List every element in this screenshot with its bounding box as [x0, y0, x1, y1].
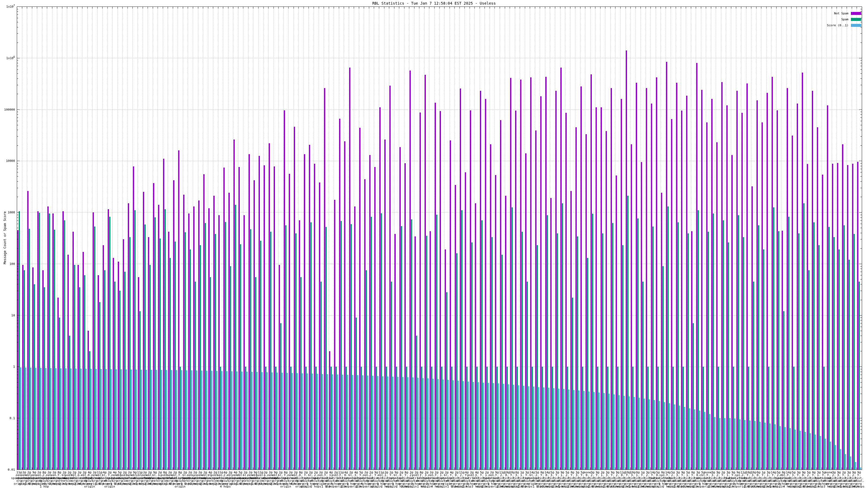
rbl-statistics-page: RBL Statistics - Tue Jan 7 12:58:04 EST … — [0, 0, 868, 488]
legend-swatch-score — [851, 24, 861, 27]
legend-item-not-spam: Not Spam — [827, 12, 861, 15]
legend-swatch-not-spam — [851, 12, 861, 15]
legend-item-spam: Spam — [827, 18, 861, 21]
legend-label-not-spam: Not Spam — [834, 12, 848, 15]
legend-swatch-spam — [851, 18, 861, 21]
chart-canvas — [0, 0, 868, 488]
legend-label-score: Score (0..1) — [827, 24, 848, 27]
page-title: RBL Statistics - Tue Jan 7 12:58:04 EST … — [0, 1, 868, 5]
legend-label-spam: Spam — [841, 18, 849, 21]
y-axis-title: Message Count or Spam Score — [3, 175, 7, 300]
legend-item-score: Score (0..1) — [827, 24, 861, 27]
legend: Not Spam Spam Score (0..1) — [827, 12, 861, 30]
